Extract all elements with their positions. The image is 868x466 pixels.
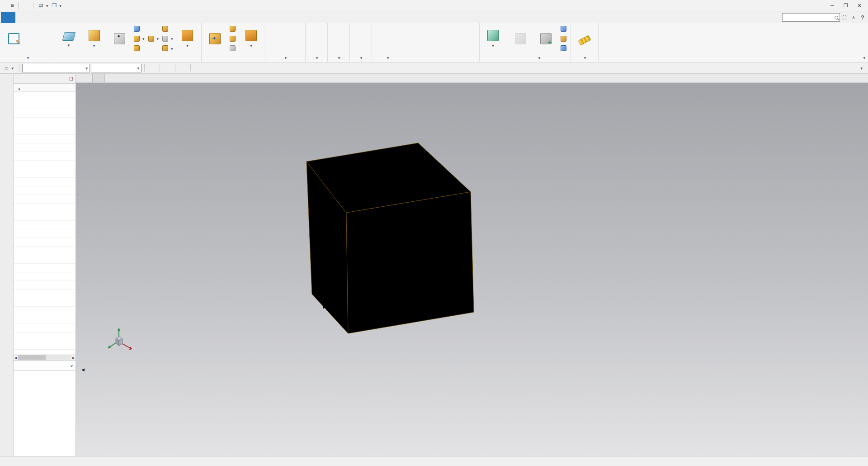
command-search[interactable] (782, 13, 840, 22)
switch-window-button[interactable]: ⇄ (39, 2, 48, 9)
hole-icon (114, 33, 125, 44)
group-synchronous-modeling (202, 23, 265, 62)
delete-face-button[interactable] (229, 44, 238, 52)
orientation-triad (108, 328, 132, 350)
datum-plane-button[interactable] (57, 29, 80, 48)
group-feature (55, 23, 202, 62)
ribbon (0, 23, 868, 62)
navigator-hscrollbar[interactable] (14, 354, 75, 360)
ribbon-overflow-icon[interactable] (863, 54, 865, 61)
minimize-button[interactable] (826, 0, 839, 11)
gear-tool-icon[interactable] (307, 34, 316, 43)
extrude-button[interactable] (82, 29, 106, 48)
window-menu-button[interactable]: ❐ (52, 2, 61, 9)
app-menu-icon[interactable] (8, 1, 16, 10)
group-label-feature[interactable] (57, 53, 199, 62)
group-label-processing[interactable] (352, 53, 370, 62)
document-tab-bar (76, 74, 868, 83)
switch-window-icon: ⇄ (39, 2, 43, 9)
help-icon[interactable] (858, 13, 867, 22)
standard-tool-icon[interactable] (267, 34, 276, 43)
shell-button[interactable] (133, 44, 142, 52)
group-gear-tools (306, 23, 328, 62)
move-component-button[interactable] (560, 34, 569, 43)
add-component-button[interactable] (534, 32, 558, 45)
navigator-section-header[interactable] (14, 360, 75, 370)
spring-tool-icon[interactable] (330, 34, 338, 43)
view-tool-icon[interactable] (193, 63, 203, 72)
group-label-modeling-tools[interactable] (374, 53, 401, 62)
group-analysis (571, 23, 599, 62)
scrollbar-thumb[interactable] (18, 355, 46, 360)
draft-button[interactable] (161, 44, 174, 52)
search-icon (835, 16, 838, 19)
feature-more-button[interactable] (176, 29, 199, 48)
cube-right-face[interactable] (346, 192, 474, 333)
group-standard-tools (265, 23, 306, 62)
sync-more-button[interactable] (240, 29, 263, 48)
chamfer-button[interactable] (161, 24, 170, 33)
scroll-right-icon[interactable] (72, 354, 75, 361)
replace-face-button[interactable] (229, 34, 238, 43)
name-column-header[interactable] (14, 84, 75, 92)
group-label-sync[interactable] (203, 53, 263, 62)
edge-blend-button[interactable] (147, 34, 160, 43)
menu-button[interactable] (2, 64, 16, 72)
group-label-gear[interactable] (307, 53, 326, 62)
viewport-graphics (76, 83, 868, 456)
selection-tool-icon[interactable] (163, 63, 172, 72)
part-navigator-header[interactable] (14, 74, 75, 84)
maximize-button[interactable] (839, 0, 853, 11)
unite-button[interactable] (133, 34, 146, 43)
offset-region-icon (230, 26, 236, 32)
tab-file[interactable] (1, 12, 15, 23)
unite-icon (134, 36, 140, 42)
measure-button[interactable] (573, 33, 596, 43)
modeling-tool-icon[interactable] (374, 34, 382, 43)
offset-region-button[interactable] (229, 24, 238, 33)
selection-scope-combo[interactable] (91, 64, 142, 72)
trim-body-button[interactable] (161, 34, 174, 43)
group-label-spring[interactable] (330, 53, 348, 62)
gc-tool-icon[interactable] (405, 34, 414, 43)
group-label-assembly[interactable] (509, 53, 569, 62)
processing-tool-icon[interactable] (352, 34, 360, 43)
resource-bar-icon[interactable] (1, 76, 12, 87)
tree-empty-area (14, 100, 75, 354)
ribbon-tab[interactable] (15, 12, 28, 23)
group-direct-sketch (0, 23, 55, 62)
pattern-feature-button[interactable] (133, 24, 142, 33)
hole-button[interactable] (108, 32, 131, 45)
float-panel-icon[interactable] (69, 76, 73, 82)
document-tab[interactable] (92, 74, 105, 82)
quick-access-icon[interactable] (23, 1, 31, 10)
draft-icon (162, 45, 168, 51)
sketch-mini-tools (27, 34, 53, 43)
viewport-3d[interactable] (76, 83, 868, 456)
move-face-button[interactable] (203, 32, 227, 45)
surface-button[interactable] (481, 29, 505, 48)
navigator-tree (14, 92, 75, 100)
scroll-left-icon[interactable] (14, 354, 17, 361)
minimize-ribbon-icon[interactable] (849, 13, 858, 22)
selection-tool-icon[interactable] (147, 63, 157, 72)
snap-point-icon[interactable] (178, 63, 188, 72)
fullscreen-icon[interactable] (840, 13, 849, 22)
group-label-gc-toolbox[interactable] (405, 53, 477, 62)
navigator-bottom-area (14, 370, 75, 456)
selection-filter-combo[interactable] (22, 64, 90, 72)
search-input[interactable] (784, 15, 835, 20)
tree-row[interactable] (14, 92, 75, 100)
group-label-standard-tools[interactable] (267, 53, 303, 62)
collapse-panel-icon[interactable] (81, 366, 85, 372)
group-label-analysis[interactable] (573, 53, 596, 62)
assembly-constraints-button[interactable] (560, 24, 569, 33)
group-modeling-tools (372, 23, 403, 62)
sketch-button[interactable] (2, 32, 25, 45)
quick-access-toolbar (23, 1, 31, 10)
pattern-component-button[interactable] (560, 44, 569, 52)
viewport-tool-icon[interactable] (80, 84, 88, 91)
selbar-overflow-icon[interactable] (860, 65, 863, 71)
group-label-direct-sketch[interactable] (2, 53, 53, 62)
close-button[interactable] (853, 0, 866, 11)
